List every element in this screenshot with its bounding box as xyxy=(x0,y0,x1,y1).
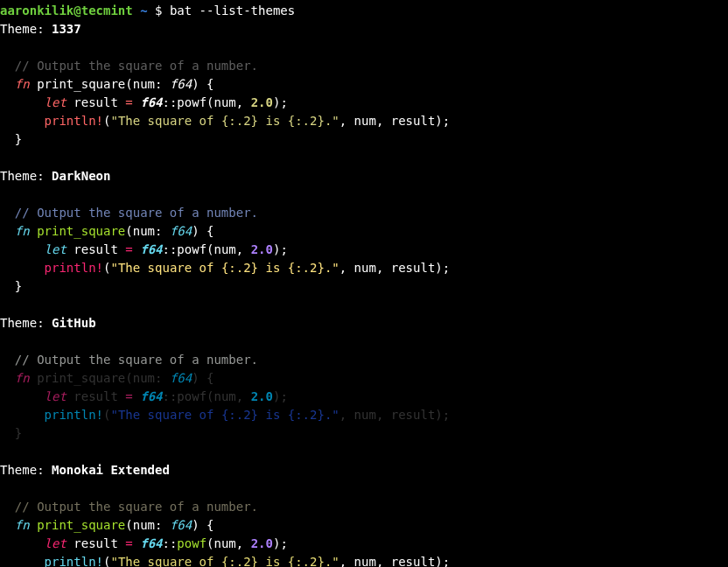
theme-name: Monokai Extended xyxy=(52,463,170,477)
code-punct: : xyxy=(155,77,170,91)
theme-code-sample: // Output the square of a number. fn pri… xyxy=(0,38,728,149)
code-comment: // Output the square of a number. xyxy=(15,206,258,220)
code-punct: ) xyxy=(435,114,442,128)
code-fn-name: print_square xyxy=(37,224,125,238)
prompt-user-host: aaronkilik@tecmint xyxy=(0,4,133,18)
code-method: powf xyxy=(177,95,206,109)
code-arg: num xyxy=(354,408,376,422)
code-fn-name: print_square xyxy=(37,77,125,91)
code-keyword-let: let xyxy=(45,95,66,109)
code-string: "The square of {:.2} is {:.2}." xyxy=(110,555,339,567)
code-brace: } xyxy=(15,279,22,293)
code-punct: ; xyxy=(443,408,450,422)
code-keyword-fn: fn xyxy=(15,224,30,238)
theme-header: Theme: Monokai Extended xyxy=(0,461,728,480)
code-punct: ) xyxy=(192,371,206,385)
code-arg: num xyxy=(214,242,236,256)
command-text: bat --list-themes xyxy=(170,4,295,18)
code-method: powf xyxy=(177,389,206,403)
theme-label: Theme: xyxy=(0,316,52,330)
code-keyword-let: let xyxy=(45,242,66,256)
code-fn-name: print_square xyxy=(37,371,125,385)
code-comment: // Output the square of a number. xyxy=(15,353,258,367)
code-punct: ; xyxy=(443,261,450,275)
code-punct: , xyxy=(376,408,391,422)
code-punct: , xyxy=(340,261,354,275)
code-punct: , xyxy=(340,408,354,422)
code-punct: :: xyxy=(163,389,178,403)
code-punct: ; xyxy=(443,555,450,567)
code-punct: ) xyxy=(435,261,442,275)
code-punct: , xyxy=(236,389,251,403)
code-punct: ( xyxy=(206,242,214,256)
prompt-dollar: $ xyxy=(155,4,162,18)
theme-code-sample: // Output the square of a number. fn pri… xyxy=(0,186,728,296)
code-arg: result xyxy=(391,114,436,128)
code-punct: ) xyxy=(192,224,206,238)
code-type: f64 xyxy=(140,242,162,256)
code-punct: ) xyxy=(435,408,442,422)
code-assign: = xyxy=(125,242,132,256)
code-param: num xyxy=(133,518,155,532)
theme-header: Theme: DarkNeon xyxy=(0,167,728,186)
code-punct: , xyxy=(376,555,391,567)
code-number: 2.0 xyxy=(251,389,273,403)
code-punct: :: xyxy=(163,536,178,550)
code-param: num xyxy=(133,77,155,91)
theme-label: Theme: xyxy=(0,22,52,36)
code-macro: println! xyxy=(45,114,103,128)
code-punct: , xyxy=(236,242,251,256)
code-punct: ; xyxy=(280,95,287,109)
code-arg: result xyxy=(391,408,436,422)
code-punct: , xyxy=(376,114,391,128)
code-method: powf xyxy=(177,242,206,256)
code-string: "The square of {:.2} is {:.2}." xyxy=(110,408,339,422)
code-arg: num xyxy=(214,95,236,109)
code-punct: ; xyxy=(280,389,287,403)
code-punct: ; xyxy=(280,536,287,550)
code-param: num xyxy=(133,224,155,238)
code-type: f64 xyxy=(170,77,192,91)
theme-header: Theme: 1337 xyxy=(0,20,728,38)
code-punct: ; xyxy=(280,242,287,256)
code-brace: } xyxy=(15,132,22,146)
theme-header: Theme: GitHub xyxy=(0,314,728,332)
code-arg: result xyxy=(391,555,436,567)
code-punct: : xyxy=(155,518,170,532)
code-type: f64 xyxy=(170,518,192,532)
code-punct: , xyxy=(340,114,354,128)
code-string: "The square of {:.2} is {:.2}." xyxy=(110,114,339,128)
theme-code-sample: // Output the square of a number. fn pri… xyxy=(0,480,728,567)
code-punct: ) xyxy=(192,518,206,532)
code-param: num xyxy=(133,371,155,385)
theme-code-sample: // Output the square of a number. fn pri… xyxy=(0,332,728,443)
code-type: f64 xyxy=(170,371,192,385)
code-punct: , xyxy=(236,536,251,550)
code-punct: :: xyxy=(163,95,178,109)
theme-label: Theme: xyxy=(0,463,52,477)
code-arg: num xyxy=(214,536,236,550)
code-method: powf xyxy=(177,536,206,550)
prompt-tilde: ~ xyxy=(140,4,147,18)
code-arg: num xyxy=(354,114,376,128)
code-punct: ( xyxy=(206,95,214,109)
terminal[interactable]: aaronkilik@tecmint ~ $ bat --list-themes… xyxy=(0,0,728,567)
code-var: result xyxy=(74,536,118,550)
code-punct: ( xyxy=(125,77,132,91)
code-assign: = xyxy=(125,389,132,403)
code-number: 2.0 xyxy=(251,95,273,109)
code-punct: ) xyxy=(192,77,206,91)
code-punct: : xyxy=(155,224,170,238)
code-punct: ) xyxy=(435,555,442,567)
theme-name: DarkNeon xyxy=(52,169,110,183)
code-assign: = xyxy=(125,95,132,109)
code-arg: num xyxy=(354,555,376,567)
code-macro: println! xyxy=(45,261,103,275)
theme-label: Theme: xyxy=(0,169,52,183)
code-arg: result xyxy=(391,261,436,275)
code-punct: , xyxy=(340,555,354,567)
code-keyword-fn: fn xyxy=(15,371,30,385)
code-keyword-fn: fn xyxy=(15,77,30,91)
code-punct: ( xyxy=(125,518,132,532)
code-punct: :: xyxy=(163,242,178,256)
